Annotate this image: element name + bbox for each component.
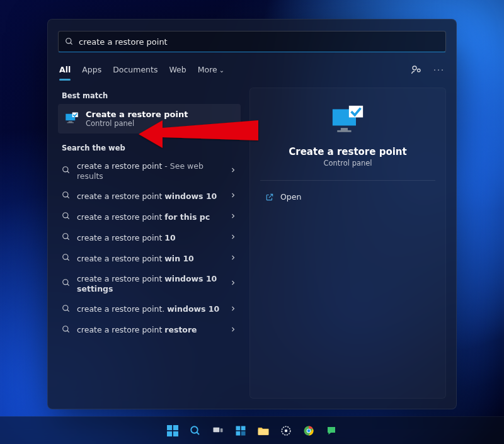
taskbar-taskview[interactable] <box>209 422 227 440</box>
svg-line-13 <box>67 217 69 219</box>
taskbar-chat[interactable] <box>323 422 340 440</box>
web-result[interactable]: create a restore point windows 10 settin… <box>58 269 241 299</box>
tab-apps[interactable]: Apps <box>82 65 101 76</box>
svg-rect-31 <box>167 431 172 436</box>
best-match-title: Create a restore point <box>86 110 188 119</box>
svg-point-43 <box>285 429 288 432</box>
web-result-text: create a restore point for this pc <box>77 212 223 222</box>
search-icon <box>62 325 71 336</box>
taskbar-widgets[interactable] <box>232 422 249 440</box>
web-result-text: create a restore point restore <box>77 325 223 335</box>
taskbar-search[interactable] <box>186 422 204 440</box>
web-result[interactable]: create a restore point. windows 10 <box>58 299 241 320</box>
web-result[interactable]: create a restore point windows 10 <box>58 186 241 207</box>
svg-line-11 <box>67 196 69 198</box>
svg-rect-40 <box>241 431 246 435</box>
svg-point-22 <box>63 326 68 331</box>
web-result-text: create a restore point 10 <box>77 233 223 243</box>
search-icon <box>65 37 74 46</box>
svg-rect-6 <box>67 122 74 123</box>
svg-rect-36 <box>220 428 223 432</box>
svg-rect-25 <box>341 128 348 130</box>
best-match-result[interactable]: Create a restore point Control panel <box>58 104 241 134</box>
web-result[interactable]: create a restore point - See web results <box>58 156 241 186</box>
taskbar <box>0 416 504 444</box>
svg-point-10 <box>63 192 68 197</box>
chevron-right-icon <box>229 233 237 242</box>
svg-rect-26 <box>337 130 351 132</box>
svg-rect-38 <box>241 426 246 430</box>
svg-point-0 <box>66 38 71 43</box>
svg-line-23 <box>67 330 69 332</box>
svg-point-14 <box>63 234 68 239</box>
search-icon <box>62 166 71 176</box>
tab-web[interactable]: Web <box>169 65 186 76</box>
search-bar[interactable]: // placeholder fill happens below; keep … <box>58 31 446 52</box>
chevron-right-icon <box>229 212 237 222</box>
control-panel-icon <box>64 111 79 127</box>
tab-documents[interactable]: Documents <box>113 65 158 76</box>
tab-more[interactable]: More⌄ <box>198 65 224 76</box>
separator <box>260 180 435 181</box>
result-detail-pane: Create a restore point Control panel Ope… <box>249 88 446 399</box>
taskbar-settings[interactable] <box>277 422 295 440</box>
web-result[interactable]: create a restore point 10 <box>58 227 241 248</box>
search-icon <box>62 212 71 222</box>
search-icon <box>62 191 71 202</box>
chevron-right-icon <box>229 279 237 288</box>
svg-line-15 <box>67 238 69 240</box>
section-search-web: Search the web <box>62 144 241 152</box>
section-best-match: Best match <box>62 91 241 100</box>
svg-line-17 <box>67 259 69 261</box>
svg-rect-37 <box>236 426 241 430</box>
svg-point-12 <box>63 213 68 218</box>
svg-rect-41 <box>258 429 269 435</box>
chevron-down-icon: ⌄ <box>219 67 224 74</box>
account-icon[interactable] <box>411 64 422 76</box>
more-options-icon[interactable]: ··· <box>433 65 445 75</box>
web-result[interactable]: create a restore point restore <box>58 320 241 341</box>
chevron-right-icon <box>229 254 237 263</box>
svg-line-21 <box>67 309 69 311</box>
chevron-right-icon <box>229 191 237 201</box>
search-icon <box>62 304 71 315</box>
web-result-text: create a restore point windows 10 settin… <box>77 274 223 293</box>
chevron-right-icon <box>229 166 237 176</box>
open-icon <box>265 193 274 202</box>
search-icon <box>62 278 71 289</box>
web-result-text: create a restore point. windows 10 <box>77 304 223 314</box>
tab-all[interactable]: All <box>59 65 71 76</box>
best-match-subtitle: Control panel <box>86 119 188 128</box>
detail-subtitle: Control panel <box>250 159 445 168</box>
svg-rect-32 <box>173 431 178 436</box>
taskbar-start[interactable] <box>164 422 181 440</box>
svg-point-16 <box>63 254 68 259</box>
svg-rect-35 <box>214 427 220 432</box>
web-results-list: create a restore point - See web results… <box>58 156 241 341</box>
web-result[interactable]: create a restore point win 10 <box>58 248 241 269</box>
action-open[interactable]: Open <box>255 186 440 208</box>
svg-rect-27 <box>349 106 363 118</box>
svg-point-18 <box>63 280 68 285</box>
web-result-text: create a restore point win 10 <box>77 254 223 264</box>
control-panel-icon-large <box>329 105 367 137</box>
web-result-text: create a restore point windows 10 <box>77 191 223 202</box>
svg-point-8 <box>63 167 68 172</box>
taskbar-chrome[interactable] <box>300 422 318 440</box>
chevron-right-icon <box>229 326 237 335</box>
svg-point-33 <box>191 426 198 433</box>
tab-more-label: More <box>198 65 217 74</box>
chevron-right-icon <box>229 305 237 314</box>
svg-line-19 <box>67 284 69 286</box>
svg-line-34 <box>197 432 199 435</box>
detail-title: Create a restore point <box>250 146 445 157</box>
svg-line-9 <box>67 171 69 173</box>
search-filter-tabs: All Apps Documents Web More⌄ ··· <box>58 59 446 81</box>
web-result[interactable]: create a restore point for this pc <box>58 207 241 227</box>
svg-point-20 <box>63 305 68 310</box>
search-icon <box>62 253 71 264</box>
svg-point-46 <box>307 429 311 432</box>
search-input[interactable] <box>79 37 439 47</box>
taskbar-explorer[interactable] <box>255 422 272 440</box>
svg-rect-5 <box>69 121 72 122</box>
